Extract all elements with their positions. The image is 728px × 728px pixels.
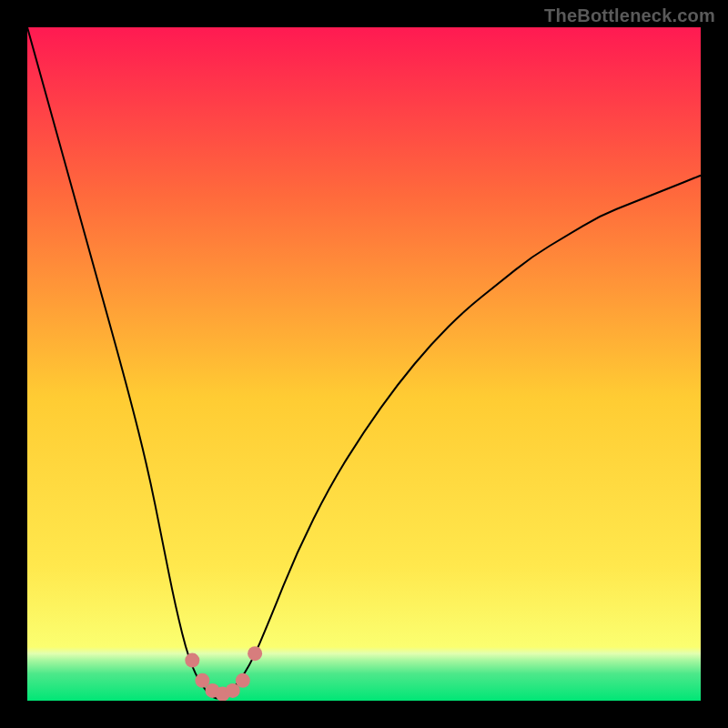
chart-frame: TheBottleneck.com	[0, 0, 728, 728]
dot-7	[248, 646, 262, 661]
dot-6	[236, 673, 250, 688]
watermark-text: TheBottleneck.com	[544, 5, 715, 26]
dot-1	[185, 653, 199, 668]
chart-svg	[27, 27, 701, 701]
gradient-background	[27, 27, 701, 701]
plot-area	[27, 27, 701, 701]
